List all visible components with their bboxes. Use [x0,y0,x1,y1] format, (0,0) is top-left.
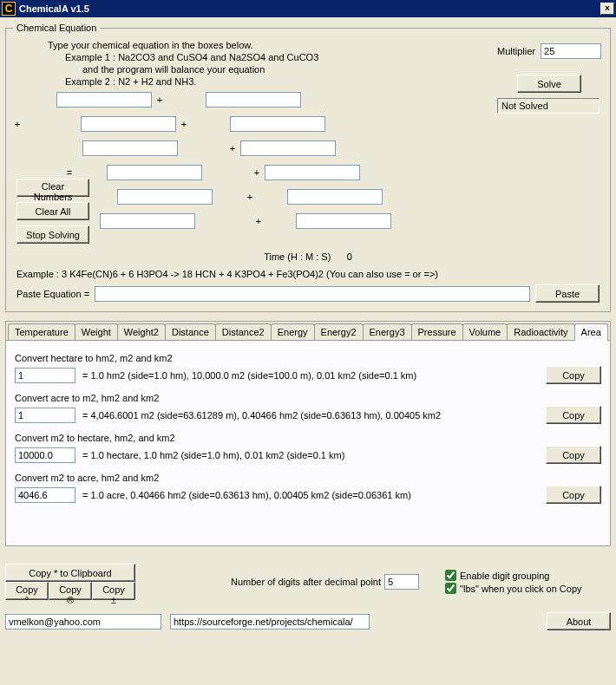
conversion-result: = 1.0 hm2 (side=1.0 hm), 10,000.0 m2 (si… [82,370,546,381]
conversion-block: Convert hectare to hm2, m2 and km2= 1.0 … [15,353,601,384]
solve-button[interactable]: Solve [517,75,581,93]
conversion-title: Convert m2 to acre, hm2 and km2 [15,473,601,483]
tab-energy2[interactable]: Energy2 [314,323,364,340]
tab-weight[interactable]: Weight [75,323,118,340]
lbs-on-copy-checkbox[interactable]: "lbs" when you click on Copy [445,583,582,594]
plus-sign: + [155,95,164,105]
eq-input-5b[interactable] [287,189,383,205]
copy-button[interactable]: Copy [546,446,601,464]
url-field[interactable] [170,614,370,630]
conversion-title: Convert acre to m2, hm2 and km2 [15,393,601,403]
paste-equation-input[interactable] [95,286,530,302]
decimal-digits-label: Number of digits after decimal point [231,577,381,587]
enable-grouping-checkbox[interactable]: Enable digit grouping [445,570,582,581]
multiplier-label: Multiplier [497,46,535,56]
time-label: Time (H : M : S) [264,251,331,262]
conversion-title: Convert hectare to hm2, m2 and km2 [15,353,601,363]
tab-body-area: Convert hectare to hm2, m2 and km2= 1.0 … [6,341,610,545]
tab-temperature[interactable]: Temperature [8,323,75,340]
copy-button[interactable]: Copy [546,366,601,384]
titlebar: C ChemicalA v1.5 × [0,0,616,17]
conversion-input[interactable] [15,408,75,423]
eq-input-1a[interactable] [56,92,152,108]
about-button[interactable]: About [547,612,611,630]
equals-sign: = [65,167,74,178]
window-title: ChemicalA v1.5 [19,3,600,14]
clear-all-button[interactable]: Clear All [16,202,89,220]
stop-solving-button[interactable]: Stop Solving [16,225,89,244]
multiplier-input[interactable] [541,43,601,59]
clear-numbers-button[interactable]: Clear Numbers [16,179,89,197]
plus-sign: + [180,119,188,129]
eq-input-4b[interactable] [265,165,360,180]
conversion-block: Convert m2 to hectare, hm2, and km2= 1.0… [15,433,601,464]
paste-label: Paste Equation = [16,289,89,299]
tab-energy3[interactable]: Energy3 [363,323,412,340]
conversion-result: = 1.0 hectare, 1.0 hm2 (side=1.0 hm), 0.… [82,450,546,460]
eq-input-5a[interactable] [117,189,213,205]
copy-registered-button[interactable]: Copy ® [49,582,92,600]
plus-sign: + [254,216,263,226]
conversion-block: Convert m2 to acre, hm2 and km2= 1.0 acr… [15,473,601,504]
eq-input-3a[interactable] [82,140,178,156]
conversion-title: Convert m2 to hectare, hm2, and km2 [15,433,601,443]
copy-to-clipboard-button[interactable]: Copy * to Clipboard [5,564,135,582]
tab-energy[interactable]: Energy [271,323,315,340]
conversion-result: = 1.0 acre, 0.40466 hm2 (side=0.63613 hm… [82,490,546,500]
eq-input-6b[interactable] [296,213,391,229]
conversion-result: = 4,046.6001 m2 (side=63.61289 m), 0.404… [82,410,546,421]
copy-degree-button[interactable]: Copy ° [5,582,49,600]
copy-plusminus-button[interactable]: Copy ± [92,582,135,600]
paste-example: Example : 3 K4Fe(CN)6 + 6 H3PO4 -> 18 HC… [16,269,603,279]
tab-volume[interactable]: Volume [462,323,508,340]
tab-distance[interactable]: Distance [165,323,216,340]
plus-sign: + [252,167,261,178]
eq-input-4a[interactable] [107,165,202,180]
paste-button[interactable]: Paste [535,284,600,303]
converter-panel: TemperatureWeightWeight2DistanceDistance… [5,321,611,546]
decimal-digits-input[interactable] [384,574,419,590]
copy-button[interactable]: Copy [546,486,601,504]
group-legend: Chemical Equation [13,23,100,33]
tab-radioactivity[interactable]: Radioactivity [507,323,574,340]
eq-input-1b[interactable] [206,92,301,108]
close-button[interactable]: × [600,3,614,15]
plus-sign: + [13,119,22,129]
eq-input-3b[interactable] [240,140,336,156]
plus-sign: + [228,143,237,153]
conversion-input[interactable] [15,368,75,383]
conversion-input[interactable] [15,447,75,463]
email-field[interactable] [5,614,161,630]
conversion-input[interactable] [15,487,75,503]
tab-bar: TemperatureWeightWeight2DistanceDistance… [6,322,610,341]
copy-button[interactable]: Copy [546,406,601,424]
chemical-equation-group: Chemical Equation Multiplier Solve Not S… [5,23,611,312]
time-value: 0 [347,251,352,262]
eq-input-2a[interactable] [81,116,176,132]
eq-input-6a[interactable] [100,213,195,229]
lbs-on-copy-input[interactable] [445,583,456,594]
enable-grouping-input[interactable] [445,570,456,581]
plus-sign: + [246,192,254,202]
conversion-block: Convert acre to m2, hm2 and km2= 4,046.6… [15,393,601,424]
tab-area[interactable]: Area [574,323,608,341]
tab-weight2[interactable]: Weight2 [117,323,166,340]
app-icon: C [2,2,16,16]
eq-input-2b[interactable] [230,116,325,132]
tab-distance2[interactable]: Distance2 [215,323,272,340]
tab-pressure[interactable]: Pressure [411,323,463,340]
